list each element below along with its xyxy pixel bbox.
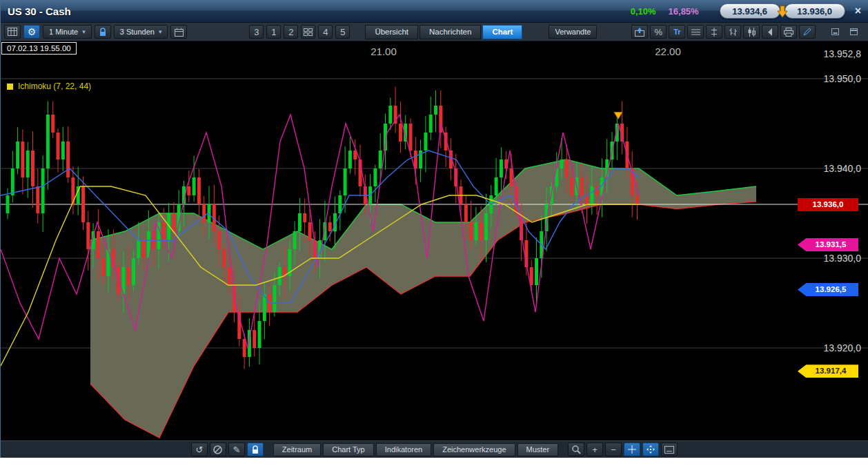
chart-toolbar: ⚙ 1 Minute ▾ 3 Stunden ▾ 3 1 2 4 5 Übers… xyxy=(1,23,868,41)
scale-up-icon[interactable] xyxy=(631,25,648,39)
price-axis-label: 13.950,0 xyxy=(824,73,862,84)
price-flag[interactable]: 13.936,0 xyxy=(798,198,858,211)
lock-icon[interactable] xyxy=(95,25,111,39)
trading-window: US 30 - Cash 0,10% 16,85% 13.934,6 13.93… xyxy=(0,0,868,458)
percent-icon[interactable]: % xyxy=(650,25,667,39)
chart-tools-group: % Tr xyxy=(631,25,816,39)
panel-minimize-icon[interactable] xyxy=(827,25,843,39)
back-arrow-icon[interactable] xyxy=(762,25,778,39)
panel-maximize-icon[interactable] xyxy=(845,25,862,39)
price-flag[interactable]: 13.917,4 xyxy=(798,365,858,378)
draw-percent-icon[interactable] xyxy=(799,25,816,39)
bars-chart-icon[interactable] xyxy=(724,25,741,39)
price-chart[interactable] xyxy=(1,41,868,440)
close-icon[interactable]: × xyxy=(855,5,861,17)
chevron-down-icon: ▾ xyxy=(82,28,86,35)
bottom-toolbar: ↺ ✎ Zeitraum Chart Typ Indikatoren Zeich… xyxy=(1,440,868,458)
text-size-icon[interactable]: Tr xyxy=(669,25,685,39)
pan-icon[interactable] xyxy=(642,443,659,456)
view-tabs: Übersicht Nachrichten Chart xyxy=(365,25,522,39)
pencil-icon[interactable]: ✎ xyxy=(228,443,245,456)
layout-3-button[interactable]: 3 xyxy=(249,25,264,39)
sell-marker-icon xyxy=(614,113,622,119)
range-percent: 16,85% xyxy=(669,6,699,17)
related-button[interactable]: Verwandte xyxy=(549,25,597,39)
refresh-icon[interactable]: ↺ xyxy=(191,443,208,456)
interval-value: 1 Minute xyxy=(49,28,78,36)
zoom-out-button[interactable]: − xyxy=(605,443,622,456)
ichimoku-cloud xyxy=(90,159,756,438)
zeitraum-button[interactable]: Zeitraum xyxy=(273,443,321,456)
indikatoren-button[interactable]: Indikatoren xyxy=(376,443,431,456)
muster-button[interactable]: Muster xyxy=(517,443,559,456)
price-axis-label: 13.952,8 xyxy=(824,48,862,59)
timespan-value: 3 Stunden xyxy=(120,28,155,36)
time-axis-label: 21.00 xyxy=(371,46,397,57)
price-axis-label: 13.930,0 xyxy=(824,253,862,264)
legend-text: Ichimoku (7, 22, 44) xyxy=(18,81,91,91)
zoom-icon[interactable] xyxy=(568,443,584,456)
titlebar[interactable]: US 30 - Cash 0,10% 16,85% 13.934,6 13.93… xyxy=(1,0,868,23)
interval-dropdown[interactable]: 1 Minute ▾ xyxy=(43,25,92,39)
price-flag[interactable]: 13.926,5 xyxy=(798,283,858,296)
price-down-arrow-icon xyxy=(776,5,789,18)
layout-2-button[interactable]: 2 xyxy=(284,25,298,39)
layout-grid-icon[interactable] xyxy=(301,25,315,39)
price-flag[interactable]: 13.931,5 xyxy=(798,238,858,251)
indicator-legend[interactable]: Ichimoku (7, 22, 44) xyxy=(7,81,91,91)
chart-layout-group: 3 1 2 4 5 xyxy=(249,25,350,39)
zeichenwerkzeuge-button[interactable]: Zeichenwerkzeuge xyxy=(433,443,515,456)
window-title: US 30 - Cash xyxy=(8,6,71,17)
tab-chart[interactable]: Chart xyxy=(482,25,522,39)
crosshair-icon[interactable] xyxy=(624,443,640,456)
grid-view-icon[interactable] xyxy=(4,25,21,39)
tab-uebersicht[interactable]: Übersicht xyxy=(365,25,418,39)
crosshair-datetime-label: 07.02.13 19.55.00 xyxy=(1,42,77,55)
zoom-in-button[interactable]: + xyxy=(586,443,603,456)
price-axis-label: 13.940,0 xyxy=(824,163,862,174)
tab-nachrichten[interactable]: Nachrichten xyxy=(420,25,481,39)
candle-chart-icon[interactable] xyxy=(743,25,760,39)
change-percent: 0,10% xyxy=(631,6,656,17)
legend-swatch-icon xyxy=(7,84,13,90)
chart-typ-button[interactable]: Chart Typ xyxy=(323,443,374,456)
sell-price-button[interactable]: 13.934,6 xyxy=(720,3,780,19)
price-axis-label: 13.920,0 xyxy=(824,342,862,353)
time-axis-label: 22.00 xyxy=(655,46,681,57)
buy-price-button[interactable]: 13.936,0 xyxy=(785,3,845,19)
chevron-down-icon: ▾ xyxy=(159,28,162,35)
chart-lock-icon[interactable] xyxy=(247,443,264,456)
layout-5-button[interactable]: 5 xyxy=(335,25,350,39)
no-draw-icon[interactable] xyxy=(210,443,226,456)
layout-4-button[interactable]: 4 xyxy=(318,25,333,39)
timespan-dropdown[interactable]: 3 Stunden ▾ xyxy=(114,25,168,39)
yaxis-icon[interactable] xyxy=(706,25,722,39)
print-icon[interactable] xyxy=(780,25,797,39)
fit-screen-icon[interactable] xyxy=(661,443,678,456)
panel-controls xyxy=(827,25,862,39)
titlebar-right: 0,10% 16,85% 13.934,6 13.936,0 × xyxy=(631,3,861,19)
gridlines-icon[interactable] xyxy=(687,25,704,39)
chart-area[interactable]: 07.02.13 19.55.00 Ichimoku (7, 22, 44) 2… xyxy=(1,41,868,440)
calendar-icon[interactable] xyxy=(170,25,187,39)
layout-1-button[interactable]: 1 xyxy=(266,25,281,39)
settings-gear-icon[interactable]: ⚙ xyxy=(23,25,40,39)
